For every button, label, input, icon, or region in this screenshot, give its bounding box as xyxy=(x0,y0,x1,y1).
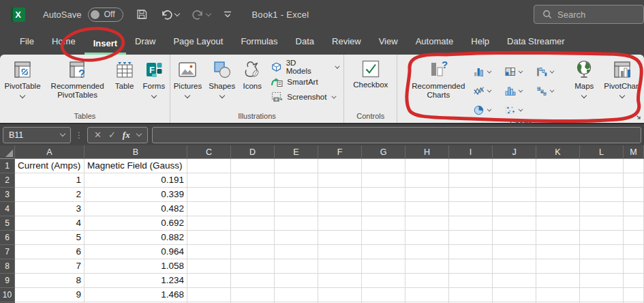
pictures-button[interactable]: Pictures xyxy=(170,58,206,99)
column-header-B[interactable]: B xyxy=(85,145,187,159)
cell-K6[interactable] xyxy=(536,231,580,245)
cell-J7[interactable] xyxy=(493,245,536,259)
cell-F6[interactable] xyxy=(318,231,362,245)
cell-K1[interactable] xyxy=(536,159,580,173)
row-header-8[interactable]: 8 xyxy=(0,259,15,274)
cell-F1[interactable] xyxy=(318,159,362,173)
cell-L3[interactable] xyxy=(580,188,624,202)
tab-file[interactable]: File xyxy=(11,36,43,55)
cell-J6[interactable] xyxy=(493,231,536,245)
fx-dropdown-icon[interactable] xyxy=(136,131,141,136)
column-header-A[interactable]: A xyxy=(15,145,85,159)
cell-I8[interactable] xyxy=(449,259,493,274)
cell-F3[interactable] xyxy=(318,188,362,202)
cell-G9[interactable] xyxy=(362,274,405,288)
tab-data-streamer[interactable]: Data Streamer xyxy=(498,36,574,55)
recommended-charts-button[interactable]: ? Recommended Charts xyxy=(405,58,471,101)
cell-B5[interactable]: 0.692 xyxy=(85,216,187,231)
column-header-M[interactable]: M xyxy=(624,145,644,159)
tab-insert[interactable]: Insert xyxy=(85,38,126,55)
cell-K2[interactable] xyxy=(536,173,580,188)
redo-dropdown-icon[interactable] xyxy=(206,10,211,16)
maps-button[interactable]: Maps xyxy=(570,58,598,99)
row-header-9[interactable]: 9 xyxy=(0,274,15,288)
cell-A6[interactable]: 5 xyxy=(15,231,85,245)
cell-B2[interactable]: 0.191 xyxy=(85,173,187,188)
cell-A7[interactable]: 6 xyxy=(15,245,85,259)
hierarchy-chart-button[interactable] xyxy=(502,67,534,76)
cell-F4[interactable] xyxy=(318,202,362,216)
cell-F2[interactable] xyxy=(318,173,362,188)
tab-draw[interactable]: Draw xyxy=(126,36,164,55)
cell-B7[interactable]: 0.964 xyxy=(85,245,187,259)
forms-button[interactable]: F Forms xyxy=(140,58,169,99)
cell-J8[interactable] xyxy=(493,259,536,274)
cell-H10[interactable] xyxy=(405,288,449,302)
cell-I1[interactable] xyxy=(449,159,493,173)
cell-I10[interactable] xyxy=(449,288,493,302)
cell-E9[interactable] xyxy=(275,274,318,288)
cell-H4[interactable] xyxy=(405,202,449,216)
waterfall-chart-button[interactable] xyxy=(534,67,565,76)
cell-I9[interactable] xyxy=(449,274,493,288)
row-header-2[interactable]: 2 xyxy=(0,173,15,188)
cell-H5[interactable] xyxy=(405,216,449,231)
cell-L1[interactable] xyxy=(580,159,624,173)
column-chart-button[interactable] xyxy=(471,67,502,76)
cell-L4[interactable] xyxy=(580,202,624,216)
cell-M10[interactable] xyxy=(624,288,644,302)
shapes-button[interactable]: Shapes xyxy=(205,58,239,99)
cell-C8[interactable] xyxy=(187,259,231,274)
cell-B3[interactable]: 0.339 xyxy=(85,188,187,202)
cell-G1[interactable] xyxy=(362,159,405,173)
cell-J3[interactable] xyxy=(493,188,536,202)
cell-L7[interactable] xyxy=(580,245,624,259)
column-header-D[interactable]: D xyxy=(231,145,275,159)
enter-button[interactable]: ✓ xyxy=(108,130,116,140)
cell-C6[interactable] xyxy=(187,231,231,245)
column-header-I[interactable]: I xyxy=(449,145,493,159)
column-header-F[interactable]: F xyxy=(318,145,362,159)
cell-L5[interactable] xyxy=(580,216,624,231)
cell-C2[interactable] xyxy=(187,173,231,188)
cell-L2[interactable] xyxy=(580,173,624,188)
cell-J4[interactable] xyxy=(493,202,536,216)
row-header-4[interactable]: 4 xyxy=(0,202,15,216)
cell-J1[interactable] xyxy=(493,159,536,173)
scatter-chart-button[interactable] xyxy=(502,105,534,115)
column-header-H[interactable]: H xyxy=(405,145,449,159)
cell-G7[interactable] xyxy=(362,245,405,259)
cell-J2[interactable] xyxy=(493,173,536,188)
cell-E2[interactable] xyxy=(275,173,318,188)
cell-E1[interactable] xyxy=(275,159,318,173)
cell-M3[interactable] xyxy=(624,188,644,202)
cell-M4[interactable] xyxy=(624,202,644,216)
cell-D2[interactable] xyxy=(231,173,275,188)
cell-D8[interactable] xyxy=(231,259,275,274)
cell-M2[interactable] xyxy=(624,173,644,188)
insert-function-button[interactable]: fx xyxy=(123,130,130,141)
tab-review[interactable]: Review xyxy=(323,36,370,55)
qat-customize-button[interactable] xyxy=(223,10,232,18)
cell-H7[interactable] xyxy=(405,245,449,259)
cell-K10[interactable] xyxy=(536,288,580,302)
smartart-button[interactable]: SmartArt xyxy=(271,76,339,88)
save-button[interactable] xyxy=(136,8,148,20)
cell-A3[interactable]: 2 xyxy=(15,188,85,202)
pivottable-button[interactable]: PivotTable xyxy=(1,58,44,99)
cell-B8[interactable]: 1.058 xyxy=(85,259,187,274)
cell-L10[interactable] xyxy=(580,288,624,302)
cell-M5[interactable] xyxy=(624,216,644,231)
cell-A9[interactable]: 8 xyxy=(15,274,85,288)
cell-G5[interactable] xyxy=(362,216,405,231)
cancel-button[interactable]: ✕ xyxy=(94,130,102,140)
cell-A2[interactable]: 1 xyxy=(15,173,85,188)
cell-E10[interactable] xyxy=(275,288,318,302)
cell-I3[interactable] xyxy=(449,188,493,202)
cell-D6[interactable] xyxy=(231,231,275,245)
cell-C1[interactable] xyxy=(187,159,231,173)
cell-K5[interactable] xyxy=(536,216,580,231)
cell-K8[interactable] xyxy=(536,259,580,274)
cell-E5[interactable] xyxy=(275,216,318,231)
3d-models-button[interactable]: 3D Models xyxy=(271,61,339,73)
